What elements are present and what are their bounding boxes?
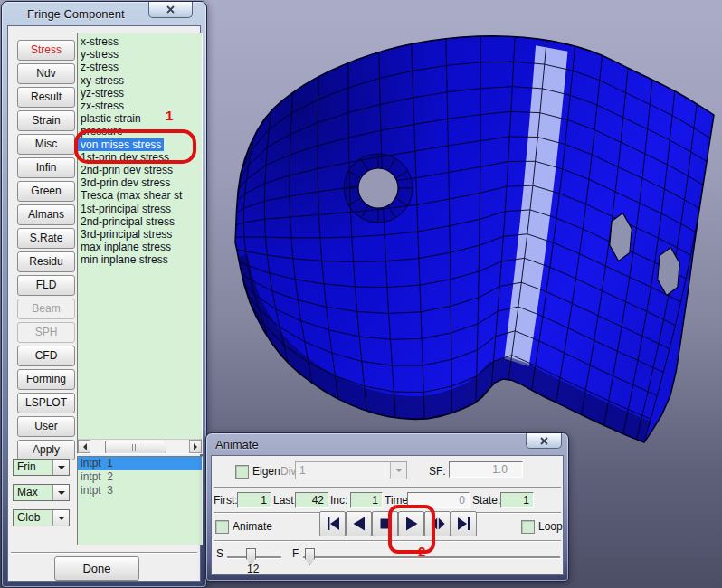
frame-slider-label: F xyxy=(292,547,299,560)
list-item[interactable]: Tresca (max shear st xyxy=(78,189,202,202)
done-button[interactable]: Done xyxy=(54,556,139,581)
list-item[interactable]: plastic strain xyxy=(78,112,202,125)
animate-checkbox[interactable] xyxy=(215,520,229,534)
dropdown-value: Max xyxy=(14,485,52,500)
dropdown-button[interactable] xyxy=(52,460,69,475)
category-button-srate[interactable]: S.Rate xyxy=(17,228,75,249)
dropdown-value: 1 xyxy=(296,462,390,479)
play-icon xyxy=(403,515,421,533)
scroll-right-button[interactable] xyxy=(189,440,202,453)
category-button-forming[interactable]: Forming xyxy=(17,369,75,390)
category-button-stress[interactable]: Stress xyxy=(17,40,75,61)
list-item[interactable]: 2nd-prin dev stress xyxy=(78,164,202,176)
reverse-play-icon xyxy=(350,515,368,533)
horizontal-scrollbar[interactable] xyxy=(78,439,202,453)
loop-checkbox[interactable] xyxy=(521,520,535,534)
reverse-play-button[interactable] xyxy=(346,511,372,536)
dialog-title: Fringe Component xyxy=(27,7,125,21)
time-field[interactable]: 0 xyxy=(407,492,470,508)
category-button-ndv[interactable]: Ndv xyxy=(17,63,75,84)
stop-button[interactable] xyxy=(372,511,398,536)
list-item[interactable]: 3rd-principal stress xyxy=(78,228,202,241)
category-button-green[interactable]: Green xyxy=(17,181,75,202)
eigen-checkbox[interactable] xyxy=(235,465,249,479)
frame-slider-thumb[interactable] xyxy=(305,548,315,565)
dropdown-value: Frin xyxy=(14,460,52,475)
animate-dialog-body: Eigen Div: 1 SF: 1.0 First: 1 Last: 42 I… xyxy=(211,455,564,575)
scrollbar-thumb[interactable] xyxy=(105,441,166,454)
list-item[interactable]: x-stress xyxy=(78,35,202,48)
animate-dialog: Animate Eigen Div: 1 SF: 1.0 First: 1 La… xyxy=(205,432,569,582)
category-button-misc[interactable]: Misc xyxy=(17,134,75,155)
integration-point-list[interactable]: intpt 1 intpt 2 intpt 3 xyxy=(77,456,203,545)
list-item[interactable]: pressure xyxy=(78,125,202,138)
close-icon xyxy=(166,5,175,14)
category-button-lsplot[interactable]: LSPLOT xyxy=(17,393,75,413)
state-field[interactable]: 1 xyxy=(500,492,534,508)
fringe-type-dropdown[interactable]: Frin xyxy=(13,459,70,476)
grip-icon xyxy=(132,444,139,451)
close-button[interactable] xyxy=(526,433,562,449)
skip-to-end-icon xyxy=(455,515,473,533)
scrollbar-track[interactable] xyxy=(90,440,189,453)
dropdown-button[interactable] xyxy=(52,510,69,526)
category-button-fld[interactable]: FLD xyxy=(17,275,75,296)
intpt-item-selected[interactable]: intpt 1 xyxy=(78,457,202,470)
application-window: Fringe Component Stress Ndv Result Strai… xyxy=(0,0,722,588)
sf-label: SF: xyxy=(429,465,446,478)
component-list[interactable]: x-stress y-stress z-stress xy-stress yz-… xyxy=(77,33,203,454)
category-button-strain[interactable]: Strain xyxy=(17,110,75,131)
loop-label: Loop xyxy=(538,520,563,533)
chevron-down-icon xyxy=(58,466,65,473)
category-button-infin[interactable]: Infin xyxy=(17,157,75,178)
play-button[interactable] xyxy=(398,511,424,536)
speed-slider-value: 12 xyxy=(247,563,259,575)
inc-label: Inc: xyxy=(330,494,347,507)
apply-button[interactable]: Apply xyxy=(17,440,75,460)
list-item[interactable]: y-stress xyxy=(78,48,202,61)
intpt-item[interactable]: intpt 3 xyxy=(78,484,202,498)
inc-field[interactable]: 1 xyxy=(350,492,383,508)
div-dropdown: 1 xyxy=(295,461,407,479)
scroll-left-button[interactable] xyxy=(78,440,90,453)
chevron-down-icon xyxy=(58,517,65,524)
list-item-selected[interactable]: von mises stress xyxy=(78,138,164,151)
list-item[interactable]: 3rd-prin dev stress xyxy=(78,176,202,189)
dropdown-button[interactable] xyxy=(52,485,69,500)
last-field[interactable]: 42 xyxy=(295,492,328,508)
close-icon xyxy=(540,437,548,445)
list-item[interactable]: 1st-principal stress xyxy=(78,203,202,215)
dialog-title: Animate xyxy=(215,438,259,451)
intpt-item[interactable]: intpt 2 xyxy=(78,470,202,484)
dropdown-button xyxy=(390,462,406,479)
close-button[interactable] xyxy=(148,2,193,18)
fringe-component-dialog: Fringe Component Stress Ndv Result Strai… xyxy=(1,1,207,588)
list-item[interactable]: max inplane stress xyxy=(78,241,202,253)
list-item[interactable]: z-stress xyxy=(78,61,202,73)
category-button-result[interactable]: Result xyxy=(17,87,75,108)
separator xyxy=(11,552,197,554)
skip-to-start-button[interactable] xyxy=(319,511,346,536)
category-button-cfd[interactable]: CFD xyxy=(17,346,75,366)
first-field[interactable]: 1 xyxy=(237,492,271,508)
skip-to-end-button[interactable] xyxy=(451,511,477,536)
category-button-almans[interactable]: Almans xyxy=(17,204,75,225)
scope-dropdown[interactable]: Glob xyxy=(13,509,70,526)
state-label: State: xyxy=(472,494,500,507)
list-item[interactable]: zx-stress xyxy=(78,100,202,112)
sf-field[interactable]: 1.0 xyxy=(449,461,523,478)
category-button-residu[interactable]: Residu xyxy=(17,251,75,272)
list-item[interactable]: 1st-prin dev stress xyxy=(78,151,202,164)
frame-slider-track[interactable] xyxy=(303,556,560,559)
separator xyxy=(214,487,561,488)
list-item[interactable]: xy-stress xyxy=(78,74,202,87)
last-label: Last: xyxy=(273,494,297,507)
bounce-play-button[interactable] xyxy=(424,511,451,536)
category-button-user[interactable]: User xyxy=(17,416,75,437)
eigen-label: Eigen xyxy=(252,465,280,478)
list-item[interactable]: 2nd-principal stress xyxy=(78,215,202,228)
minmax-dropdown[interactable]: Max xyxy=(13,484,70,501)
list-item[interactable]: min inplane stress xyxy=(78,253,202,266)
separator xyxy=(214,540,561,542)
list-item[interactable]: yz-stress xyxy=(78,87,202,100)
